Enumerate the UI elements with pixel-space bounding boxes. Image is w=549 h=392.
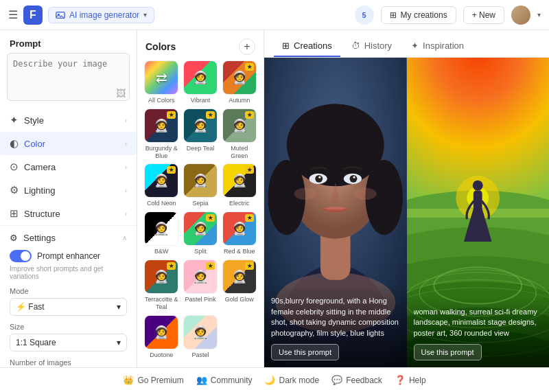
color-card-gold-glow[interactable]: 🧑‍🚀 ★ Gold Glow — [222, 260, 257, 311]
inspiration-icon: ✦ — [411, 41, 419, 51]
my-creations-button[interactable]: ⊞ My creations — [381, 6, 456, 24]
moon-icon: 🌙 — [264, 375, 275, 385]
go-premium-label: Go Premium — [137, 376, 183, 385]
help-button[interactable]: ❓ Help — [395, 375, 426, 385]
color-card-vibrant[interactable]: 🧑‍🚀 Vibrant — [183, 60, 218, 104]
settings-label: Settings — [23, 233, 56, 243]
premium-badge-autumn: ★ — [245, 63, 254, 71]
style-arrow-icon: › — [125, 117, 127, 124]
tab-history[interactable]: ⏱ History — [343, 36, 400, 57]
color-card-pastel-pink[interactable]: 🧑‍🚀 ★ Pastel Pink — [183, 260, 218, 311]
lighting-icon: ⚙ — [10, 184, 19, 196]
color-card-electric[interactable]: 🧑‍🚀 ★ Electric — [222, 163, 257, 207]
menu-item-style[interactable]: ✦ Style › — [0, 108, 137, 132]
hamburger-icon[interactable]: ☰ — [8, 8, 18, 21]
premium-badge-red-blue: ★ — [245, 214, 254, 222]
add-color-button[interactable]: + — [239, 38, 255, 55]
menu-items: ✦ Style › ◐ Color › ⊙ Camera › — [0, 108, 137, 225]
tab-inspiration-label: Inspiration — [423, 41, 464, 51]
settings-gear-icon: ⚙ — [10, 233, 18, 243]
vibrant-astronaut-icon: 🧑‍🚀 — [193, 70, 208, 85]
creation-card-2: woman walking, surreal sci-fi dreamy lan… — [407, 58, 550, 367]
structure-arrow-icon: › — [125, 210, 127, 218]
bottom-bar: 👑 Go Premium 👥 Community 🌙 Dark mode 💬 F… — [0, 367, 549, 392]
dark-mode-button[interactable]: 🌙 Dark mode — [264, 375, 319, 385]
color-grid: ⇄ All Colors 🧑‍🚀 Vibrant — [137, 60, 264, 365]
color-card-red-blue[interactable]: 🧑‍🚀 ★ Red & Blue — [222, 211, 257, 255]
premium-badge-terracotte: ★ — [167, 262, 176, 270]
color-label-bw: B&W — [154, 248, 169, 255]
notification-btn[interactable]: 5 — [355, 5, 374, 25]
color-label-gold-glow: Gold Glow — [225, 296, 254, 303]
menu-item-color[interactable]: ◐ Color › — [0, 132, 137, 155]
avatar[interactable] — [511, 5, 530, 25]
card2-use-prompt-button[interactable]: Use this prompt — [414, 344, 482, 360]
color-card-pastel[interactable]: 🧑‍🚀 Pastel — [183, 315, 218, 359]
new-button[interactable]: + New — [463, 6, 504, 24]
electric-astronaut-icon: 🧑‍🚀 — [232, 173, 247, 188]
style-label: Style — [24, 115, 44, 126]
menu-item-lighting[interactable]: ⚙ Lighting › — [0, 178, 137, 202]
avatar-chevron-icon: ▾ — [537, 11, 541, 19]
settings-header[interactable]: ⚙ Settings ∧ — [10, 233, 127, 243]
split-astronaut-icon: 🧑‍🚀 — [193, 221, 208, 236]
feedback-button[interactable]: 💬 Feedback — [331, 375, 382, 385]
premium-badge-deep-teal: ★ — [206, 111, 215, 119]
color-card-all[interactable]: ⇄ All Colors — [144, 60, 179, 104]
autumn-astronaut-icon: 🧑‍🚀 — [232, 70, 247, 85]
premium-badge-gold-glow: ★ — [245, 262, 254, 270]
color-card-burgundy[interactable]: 🧑‍🚀 ★ Burgundy & Blue — [144, 108, 179, 160]
red-blue-astronaut-icon: 🧑‍🚀 — [232, 221, 247, 236]
color-card-sepia[interactable]: 🧑‍🚀 Sepia — [183, 163, 218, 207]
prompt-enhancer-toggle[interactable] — [10, 250, 32, 262]
color-card-autumn[interactable]: 🧑‍🚀 ★ Autumn — [222, 60, 257, 104]
card2-overlay: woman walking, surreal sci-fi dreamy lan… — [407, 296, 550, 367]
prompt-enhancer-label: Prompt enhancer — [37, 251, 100, 261]
menu-item-camera[interactable]: ⊙ Camera › — [0, 155, 137, 178]
history-icon: ⏱ — [351, 41, 360, 51]
color-label-split: Split — [194, 248, 207, 255]
color-card-cold-neon[interactable]: 🧑‍🚀 ★ Cold Neon — [144, 163, 179, 207]
tab-creations[interactable]: ⊞ Creations — [274, 36, 340, 57]
mode-select[interactable]: ⚡ Fast ▾ — [10, 298, 127, 316]
mode-label: Mode — [10, 287, 127, 295]
prompt-input[interactable] — [7, 53, 130, 101]
color-label-terracotte: Terracotte & Teal — [144, 296, 179, 311]
style-icon: ✦ — [10, 114, 19, 126]
dark-mode-label: Dark mode — [279, 376, 319, 385]
size-row: Size 1:1 Square ▾ — [10, 323, 127, 351]
num-images-row: Number of images − 4 + — [10, 358, 127, 367]
colors-panel: Colors + ⇄ All Colors 🧑‍🚀 — [137, 30, 264, 367]
image-upload-icon[interactable]: 🖼 — [116, 88, 126, 99]
color-card-muted-green[interactable]: 🧑‍🚀 ★ Muted Green — [222, 108, 257, 160]
go-premium-button[interactable]: 👑 Go Premium — [123, 375, 183, 385]
tab-inspiration[interactable]: ✦ Inspiration — [403, 36, 472, 57]
card1-overlay: 90s,blurry foreground, with a Hong femal… — [264, 285, 407, 367]
color-card-deep-teal[interactable]: 🧑‍🚀 ★ Deep Teal — [183, 108, 218, 160]
tab-creations-label: Creations — [294, 41, 332, 51]
community-button[interactable]: 👥 Community — [196, 375, 253, 385]
color-card-split[interactable]: 🧑‍🚀 ★ Split — [183, 211, 218, 255]
help-icon: ❓ — [395, 375, 406, 385]
menu-item-structure[interactable]: ⊞ Structure › — [0, 202, 137, 225]
gold-glow-astronaut-icon: 🧑‍🚀 — [232, 269, 247, 284]
logo-icon: F — [23, 5, 43, 25]
prompt-input-wrap: 🖼 — [7, 53, 130, 103]
terracotte-astronaut-icon: 🧑‍🚀 — [154, 269, 169, 284]
cold-neon-astronaut-icon: 🧑‍🚀 — [154, 173, 169, 188]
color-label: Color — [24, 139, 45, 149]
gallery-icon: ⊞ — [390, 10, 397, 20]
color-card-bw[interactable]: 🧑‍🚀 B&W — [144, 211, 179, 255]
card1-use-prompt-button[interactable]: Use this prompt — [271, 344, 339, 360]
size-label: Size — [10, 323, 127, 331]
premium-badge-split: ★ — [206, 214, 215, 222]
structure-icon: ⊞ — [10, 207, 19, 220]
size-select[interactable]: 1:1 Square ▾ — [10, 334, 127, 351]
bw-astronaut-icon: 🧑‍🚀 — [154, 221, 169, 236]
tool-badge[interactable]: AI image generator ▾ — [48, 7, 154, 23]
color-card-duotone[interactable]: 🧑‍🚀 Duotone — [144, 315, 179, 359]
color-card-terracotte[interactable]: 🧑‍🚀 ★ Terracotte & Teal — [144, 260, 179, 311]
settings-section: ⚙ Settings ∧ Prompt enhancer Improve sho… — [0, 225, 137, 367]
color-label-deep-teal: Deep Teal — [187, 145, 214, 152]
topnav: ☰ F AI image generator ▾ 5 ⊞ My creation… — [0, 0, 549, 30]
